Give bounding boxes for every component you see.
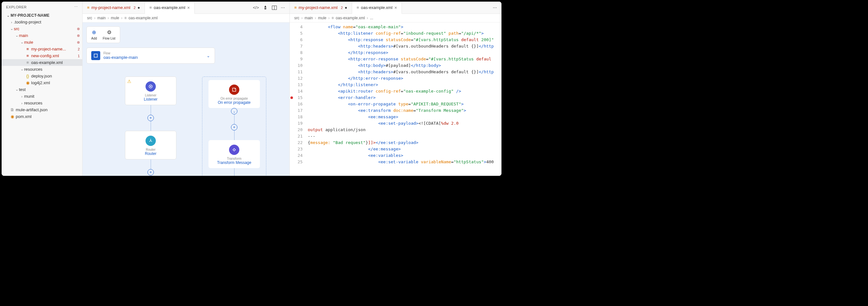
tree-root[interactable]: ⌄ MY-PROJECT-NAME <box>2 12 82 19</box>
designer-panel: ≡ my-project-name.xml 2 ● ≡ oas-example.… <box>83 2 290 176</box>
breadcrumb-item[interactable]: mule <box>318 16 327 20</box>
xml-file-icon: ≡ <box>149 5 152 10</box>
chevron-down-icon: ⌄ <box>14 87 19 92</box>
rss-file-icon: ◉ <box>9 114 15 119</box>
line-gutter: 45678910111213141516171819202122232425 <box>290 23 308 176</box>
tree-item-log4j[interactable]: ◉ log4j2.xml <box>2 80 82 86</box>
breadcrumb-item[interactable]: mule <box>111 16 119 20</box>
tree-item-resources[interactable]: ⌄ resources <box>2 66 82 73</box>
chevron-right-icon: › <box>9 20 14 24</box>
breadcrumb-item[interactable]: main <box>305 16 313 20</box>
tabbar-actions: ⋯ <box>488 5 501 10</box>
tab-modified-dot: ● <box>345 5 347 10</box>
flow-columns: ⚠ Listener Listener + Router <box>86 76 286 176</box>
flow-canvas[interactable]: ⊕ Add ⚙ Flow List Flow oas-example-main … <box>83 23 289 176</box>
connector-line <box>234 115 235 124</box>
chevron-right-icon: › <box>20 101 24 105</box>
svg-point-4 <box>150 86 151 87</box>
breadcrumb-item[interactable]: oas-example.xml <box>128 16 158 20</box>
error-flow-column: On error propagate On error propagate ⌄ … <box>202 76 266 176</box>
add-node-button[interactable]: + <box>231 124 238 130</box>
router-node[interactable]: Router Router <box>125 131 176 159</box>
tabbar-actions: </> ⋯ <box>248 5 289 10</box>
tab-my-project[interactable]: ≡ my-project-name.xml 2 ● <box>83 2 145 13</box>
flow-list-button[interactable]: ⚙ Flow List <box>103 29 115 40</box>
code-content[interactable]: <flow name="oas-example-main"> <http:lis… <box>308 23 501 176</box>
chevron-down-icon[interactable]: ⌄ <box>207 53 210 58</box>
breadcrumb-item[interactable]: oas-example.xml <box>336 16 365 20</box>
chevron-down-icon: ⌄ <box>20 67 24 71</box>
xml-file-icon: ≡ <box>294 5 297 10</box>
add-node-button[interactable]: + <box>148 115 154 121</box>
xml-file-icon: ≡ <box>25 47 31 52</box>
split-view-icon[interactable] <box>272 5 277 10</box>
tree-item-file1[interactable]: ≡ my-project-name... 2 <box>2 45 82 52</box>
modified-dot-icon <box>77 28 80 30</box>
xml-file-icon: ≡ <box>87 5 90 10</box>
main-flow-column: ⚠ Listener Listener + Router <box>119 76 183 176</box>
error-propagate-node[interactable]: On error propagate On error propagate <box>209 80 260 108</box>
xml-file-icon: ≡ <box>332 16 334 20</box>
chevron-down-icon: ⌄ <box>20 40 24 44</box>
json-file-icon: {} <box>25 73 31 79</box>
tab-my-project[interactable]: ≡ my-project-name.xml 2 ● <box>290 2 352 13</box>
more-icon[interactable]: ⋯ <box>281 5 285 10</box>
breakpoint-icon[interactable] <box>290 96 293 99</box>
modified-dot-icon <box>77 41 80 44</box>
flow-name-label: oas-example-main <box>103 55 207 60</box>
tree-item-mule[interactable]: ⌄ mule <box>2 39 82 45</box>
close-icon[interactable]: × <box>395 5 397 10</box>
flow-icon <box>91 51 100 60</box>
chevron-right-icon: › <box>20 94 24 98</box>
add-node-button[interactable]: + <box>148 169 154 176</box>
code-view-icon[interactable]: </> <box>253 5 259 10</box>
tab-oas-example[interactable]: ≡ oas-example.xml × <box>352 2 402 14</box>
tab-modified-dot: ● <box>137 5 140 10</box>
breadcrumb-item[interactable]: main <box>97 16 106 20</box>
modified-dot-icon <box>77 34 80 37</box>
chevron-down-icon: ⌄ <box>9 27 14 31</box>
xml-file-icon: ≡ <box>25 53 31 58</box>
tree-item-mule-artifact[interactable]: 🗎 mule-artifact.json <box>2 106 82 113</box>
chevron-down-icon: ⌄ <box>14 33 19 38</box>
rocket-icon[interactable] <box>263 5 268 10</box>
xml-file-icon: ≡ <box>124 16 127 20</box>
expand-button[interactable]: ⌄ <box>231 108 238 115</box>
tree-item-test-resources[interactable]: › resources <box>2 100 82 106</box>
canvas-toolbar: ⊕ Add ⚙ Flow List <box>86 26 120 43</box>
tree-item-main[interactable]: ⌄ main <box>2 32 82 39</box>
more-icon[interactable]: ⋯ <box>493 5 497 10</box>
transform-node[interactable]: Transform Transform Message <box>209 140 260 168</box>
explorer-header: EXPLORER ⋯ <box>2 2 82 12</box>
flow-header[interactable]: Flow oas-example-main ⌄ <box>86 48 215 64</box>
xml-file-icon: ≡ <box>25 60 31 65</box>
tab-oas-example[interactable]: ≡ oas-example.xml × <box>145 2 195 14</box>
tree-item-file2[interactable]: ≡ new-config.xml 1 <box>2 52 82 59</box>
xml-file-icon: ≡ <box>356 5 359 10</box>
tree-item-file3[interactable]: ≡ oas-example.xml <box>2 59 82 66</box>
connector-line <box>234 130 235 140</box>
designer-breadcrumb: src› main› mule› ≡ oas-example.xml <box>83 14 289 23</box>
add-button[interactable]: ⊕ Add <box>91 29 97 40</box>
code-breadcrumb: src› main› mule› ≡ oas-example.xml› ... <box>290 14 501 23</box>
code-editor[interactable]: 45678910111213141516171819202122232425 <… <box>290 23 501 176</box>
tree-item-src[interactable]: ⌄ src <box>2 25 82 32</box>
tree-item-pom[interactable]: ◉ pom.xml <box>2 113 82 120</box>
listener-node[interactable]: ⚠ Listener Listener <box>125 76 176 105</box>
tree-item-tooling[interactable]: › .tooling-project <box>2 19 82 25</box>
tree-item-munit[interactable]: › munit <box>2 93 82 100</box>
code-panel: ≡ my-project-name.xml 2 ● ≡ oas-example.… <box>290 2 501 176</box>
tree-item-test[interactable]: ⌄ test <box>2 86 82 93</box>
connector-line <box>151 159 151 169</box>
tree-item-deploy[interactable]: {} deploy.json <box>2 73 82 80</box>
close-icon[interactable]: × <box>187 5 190 10</box>
breadcrumb-item[interactable]: src <box>294 16 300 20</box>
warning-icon: ⚠ <box>127 79 131 84</box>
file-tree: ⌄ MY-PROJECT-NAME › .tooling-project ⌄ s… <box>2 12 82 176</box>
connector-line <box>151 121 151 131</box>
explorer-more-icon[interactable]: ⋯ <box>74 5 78 9</box>
code-tabbar: ≡ my-project-name.xml 2 ● ≡ oas-example.… <box>290 2 501 14</box>
breadcrumb-item[interactable]: src <box>87 16 92 20</box>
error-icon <box>229 85 239 95</box>
breadcrumb-more[interactable]: ... <box>370 16 373 20</box>
